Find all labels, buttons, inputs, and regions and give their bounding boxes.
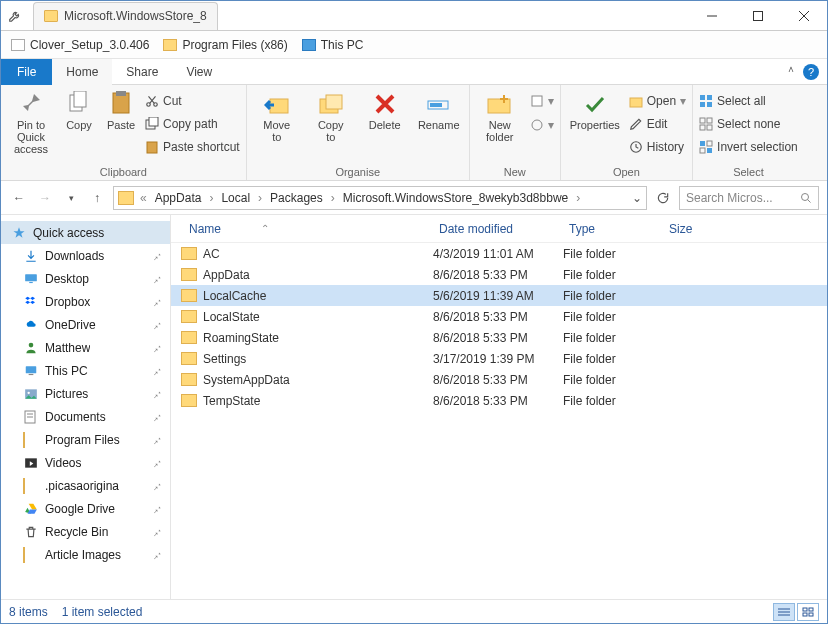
svg-point-42 — [28, 391, 30, 393]
move-to-button[interactable]: Move to — [253, 89, 301, 143]
copy-to-button[interactable]: Copy to — [307, 89, 355, 143]
svg-rect-50 — [803, 608, 807, 611]
large-icons-view-button[interactable] — [797, 603, 819, 621]
open-button[interactable]: Open ▾ — [629, 91, 686, 111]
new-item-button[interactable]: ▾ — [530, 91, 554, 111]
recent-button[interactable]: ▾ — [61, 188, 81, 208]
search-placeholder: Search Micros... — [686, 191, 773, 205]
table-row[interactable]: RoamingState8/6/2018 5:33 PMFile folder — [171, 327, 827, 348]
sidebar-item[interactable]: Desktop — [1, 267, 170, 290]
sort-arrow-icon: ⌃ — [261, 223, 269, 234]
doc-icon — [11, 39, 25, 51]
svg-rect-23 — [700, 95, 705, 100]
sidebar-item[interactable]: Downloads — [1, 244, 170, 267]
column-headers[interactable]: Name⌃ Date modified Type Size — [171, 215, 827, 243]
back-button[interactable]: ← — [9, 188, 29, 208]
copy-path-button[interactable]: Copy path — [145, 114, 240, 134]
maximize-button[interactable] — [735, 1, 781, 31]
table-row[interactable]: TempState8/6/2018 5:33 PMFile folder — [171, 390, 827, 411]
home-tab[interactable]: Home — [52, 59, 112, 85]
folder-icon — [23, 479, 39, 493]
table-row[interactable]: AC4/3/2019 11:01 AMFile folder — [171, 243, 827, 264]
svg-point-38 — [29, 342, 34, 347]
sidebar-item[interactable]: .picasaorigina — [1, 474, 170, 497]
bookmarks-bar: Clover_Setup_3.0.406Program Files (x86)T… — [1, 31, 827, 59]
svg-rect-31 — [700, 141, 705, 146]
history-button[interactable]: History — [629, 137, 686, 157]
chevron-up-icon[interactable]: ＾ — [785, 63, 797, 80]
forward-button[interactable]: → — [35, 188, 55, 208]
download-icon — [23, 249, 39, 263]
svg-rect-39 — [26, 366, 37, 373]
svg-rect-17 — [430, 103, 442, 107]
sidebar-item[interactable]: Dropbox — [1, 290, 170, 313]
up-button[interactable]: ↑ — [87, 188, 107, 208]
documents-icon — [23, 410, 39, 424]
breadcrumb-segment[interactable]: AppData — [151, 191, 206, 205]
folder-icon — [181, 247, 197, 260]
table-row[interactable]: LocalCache5/6/2019 11:39 AMFile folder — [171, 285, 827, 306]
wrench-icon[interactable] — [1, 9, 29, 23]
view-tab[interactable]: View — [172, 59, 226, 85]
sidebar-item[interactable]: Matthew — [1, 336, 170, 359]
browser-tab[interactable]: Microsoft.WindowsStore_8 — [33, 2, 218, 30]
delete-button[interactable]: Delete — [361, 89, 409, 131]
help-icon[interactable]: ? — [803, 64, 819, 80]
table-row[interactable]: AppData8/6/2018 5:33 PMFile folder — [171, 264, 827, 285]
bookmark-item[interactable]: Program Files (x86) — [163, 38, 287, 52]
breadcrumb-segment[interactable]: Microsoft.WindowsStore_8wekyb3d8bbwe — [339, 191, 572, 205]
rename-button[interactable]: Rename — [415, 89, 463, 131]
sidebar-quick-access[interactable]: Quick access — [1, 221, 170, 244]
share-tab[interactable]: Share — [112, 59, 172, 85]
new-folder-button[interactable]: New folder — [476, 89, 524, 143]
pin-icon — [152, 251, 162, 261]
sidebar-item[interactable]: Article Images — [1, 543, 170, 566]
close-button[interactable] — [781, 1, 827, 31]
invert-selection-button[interactable]: Invert selection — [699, 137, 798, 157]
sidebar-item[interactable]: Videos — [1, 451, 170, 474]
table-row[interactable]: SystemAppData8/6/2018 5:33 PMFile folder — [171, 369, 827, 390]
address-bar[interactable]: « AppData›Local›Packages›Microsoft.Windo… — [113, 186, 647, 210]
breadcrumb-segment[interactable]: Packages — [266, 191, 327, 205]
minimize-button[interactable] — [689, 1, 735, 31]
breadcrumb-dropdown[interactable]: ⌄ — [632, 191, 642, 205]
table-row[interactable]: Settings3/17/2019 1:39 PMFile folder — [171, 348, 827, 369]
sidebar-item[interactable]: Documents — [1, 405, 170, 428]
pc-icon — [302, 39, 316, 51]
search-input[interactable]: Search Micros... — [679, 186, 819, 210]
select-all-button[interactable]: Select all — [699, 91, 798, 111]
paste-button[interactable]: Paste — [103, 89, 139, 131]
breadcrumb-segment[interactable]: Local — [217, 191, 254, 205]
sidebar-item[interactable]: Google Drive — [1, 497, 170, 520]
copy-button[interactable]: Copy — [61, 89, 97, 131]
folder-icon — [118, 191, 134, 205]
sidebar-item[interactable]: Program Files — [1, 428, 170, 451]
sidebar-item[interactable]: This PC — [1, 359, 170, 382]
folder-icon — [181, 289, 197, 302]
folder-icon — [181, 373, 197, 386]
sidebar-item[interactable]: Pictures — [1, 382, 170, 405]
select-none-button[interactable]: Select none — [699, 114, 798, 134]
bookmark-item[interactable]: Clover_Setup_3.0.406 — [11, 38, 149, 52]
table-row[interactable]: LocalState8/6/2018 5:33 PMFile folder — [171, 306, 827, 327]
paste-shortcut-button[interactable]: Paste shortcut — [145, 137, 240, 157]
folder-icon — [181, 268, 197, 281]
refresh-button[interactable] — [653, 188, 673, 208]
pin-icon — [152, 320, 162, 330]
search-icon — [800, 192, 812, 204]
sidebar-item[interactable]: OneDrive — [1, 313, 170, 336]
details-view-button[interactable] — [773, 603, 795, 621]
easy-access-button[interactable]: ▾ — [530, 115, 554, 135]
pin-quick-access-button[interactable]: Pin to Quick access — [7, 89, 55, 155]
folder-icon — [23, 433, 39, 447]
edit-button[interactable]: Edit — [629, 114, 686, 134]
svg-rect-36 — [25, 274, 37, 281]
cut-button[interactable]: Cut — [145, 91, 240, 111]
select-group-label: Select — [699, 164, 798, 178]
properties-button[interactable]: Properties — [567, 89, 623, 131]
bookmark-item[interactable]: This PC — [302, 38, 364, 52]
sidebar-item[interactable]: Recycle Bin — [1, 520, 170, 543]
svg-point-20 — [532, 120, 542, 130]
file-tab[interactable]: File — [1, 59, 52, 85]
new-group-label: New — [476, 164, 554, 178]
